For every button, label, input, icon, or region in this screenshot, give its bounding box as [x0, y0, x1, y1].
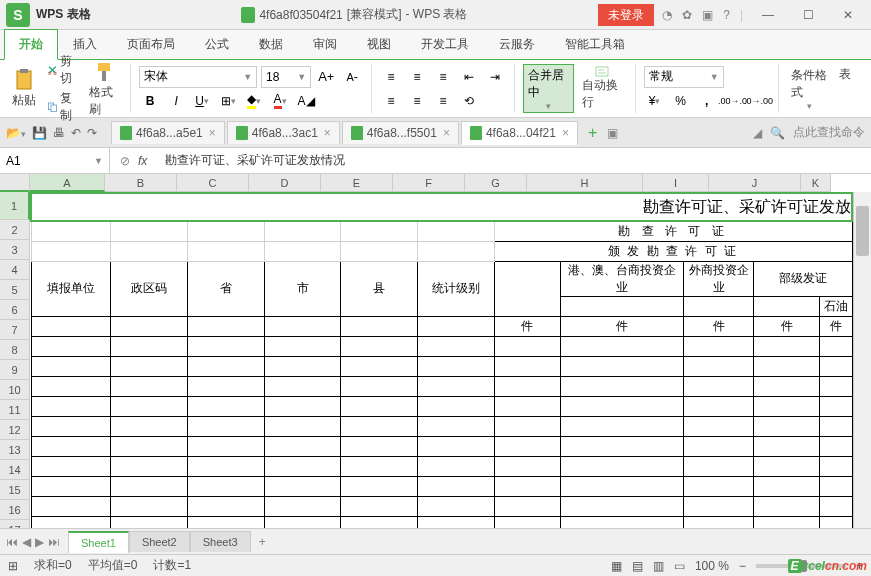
col-header-K[interactable]: K	[801, 174, 831, 192]
row-header-1[interactable]: 1	[0, 192, 30, 220]
name-box[interactable]: A1▼	[0, 148, 110, 173]
align-center-button[interactable]: ≡	[406, 90, 428, 112]
sheet-tab-2[interactable]: Sheet2	[129, 531, 190, 552]
row-header-3[interactable]: 3	[0, 240, 30, 260]
col-header-C[interactable]: C	[177, 174, 249, 192]
row-header-8[interactable]: 8	[0, 340, 30, 360]
sheet-tab-3[interactable]: Sheet3	[190, 531, 251, 552]
view-page-icon[interactable]: ▤	[632, 559, 643, 573]
doc-tab-2[interactable]: 4f6a8...3ac1×	[227, 121, 340, 144]
number-format-select[interactable]: 常规▼	[644, 66, 724, 88]
settings-icon[interactable]: ✿	[682, 8, 692, 22]
zoom-level[interactable]: 100 %	[695, 559, 729, 573]
row-header-6[interactable]: 6	[0, 300, 30, 320]
col-header-H[interactable]: H	[527, 174, 643, 192]
doc-tab-4[interactable]: 4f6a8...04f21×	[461, 121, 578, 145]
tab-dev[interactable]: 开发工具	[406, 29, 484, 59]
tab-tools[interactable]: 智能工具箱	[550, 29, 640, 59]
skin-icon[interactable]: ▣	[702, 8, 713, 22]
bold-button[interactable]: B	[139, 90, 161, 112]
row-header-16[interactable]: 16	[0, 500, 30, 520]
fx-icon[interactable]: fx	[138, 154, 147, 168]
border-button[interactable]: ⊞▾	[217, 90, 239, 112]
italic-button[interactable]: I	[165, 90, 187, 112]
sheet-tab-1[interactable]: Sheet1	[68, 531, 129, 553]
prev-sheet-icon[interactable]: ◀	[22, 535, 31, 549]
table-format-button[interactable]: 表	[835, 64, 855, 113]
decrease-decimal-button[interactable]: .0→.00	[748, 90, 770, 112]
next-sheet-icon[interactable]: ▶	[35, 535, 44, 549]
increase-font-button[interactable]: A+	[315, 66, 337, 88]
align-bottom-button[interactable]: ≡	[432, 66, 454, 88]
clear-format-button[interactable]: A◢	[295, 90, 317, 112]
tab-formula[interactable]: 公式	[190, 29, 244, 59]
col-header-I[interactable]: I	[643, 174, 709, 192]
col-header-F[interactable]: F	[393, 174, 465, 192]
fill-color-button[interactable]: ◆▾	[243, 90, 265, 112]
wrap-text-button[interactable]: 自动换行	[578, 64, 627, 113]
col-header-A[interactable]: A	[30, 174, 105, 192]
col-header-B[interactable]: B	[105, 174, 177, 192]
row-header-17[interactable]: 17	[0, 520, 30, 528]
row-header-14[interactable]: 14	[0, 460, 30, 480]
print-icon[interactable]: 🖶	[53, 126, 65, 140]
command-search[interactable]: 点此查找命令	[793, 124, 865, 141]
row-header-2[interactable]: 2	[0, 220, 30, 240]
row-header-15[interactable]: 15	[0, 480, 30, 500]
tab-view[interactable]: 视图	[352, 29, 406, 59]
maximize-button[interactable]: ☐	[793, 5, 823, 25]
close-icon[interactable]: ×	[209, 126, 216, 140]
tab-cloud[interactable]: 云服务	[484, 29, 550, 59]
font-name-select[interactable]: 宋体▼	[139, 66, 257, 88]
doc-tab-1[interactable]: 4f6a8...a5e1×	[111, 121, 225, 144]
format-painter-button[interactable]: 格式刷	[85, 58, 122, 120]
font-color-button[interactable]: A▾	[269, 90, 291, 112]
select-all-corner[interactable]	[0, 174, 30, 192]
undo-icon[interactable]: ↶	[71, 126, 81, 140]
close-icon[interactable]: ×	[443, 126, 450, 140]
increase-decimal-button[interactable]: .00→.0	[722, 90, 744, 112]
indent-left-button[interactable]: ⇤	[458, 66, 480, 88]
align-left-button[interactable]: ≡	[380, 90, 402, 112]
help-icon[interactable]: ?	[723, 8, 730, 22]
copy-button[interactable]: 复制	[44, 89, 81, 125]
formula-input[interactable]: 勘查许可证、采矿许可证发放情况	[157, 152, 871, 169]
close-icon[interactable]: ×	[324, 126, 331, 140]
merge-center-button[interactable]: 合并居中▾	[523, 64, 574, 113]
cut-button[interactable]: 剪切	[44, 52, 81, 88]
conditional-format-button[interactable]: 条件格式▾	[787, 64, 833, 113]
tab-data[interactable]: 数据	[244, 29, 298, 59]
paste-button[interactable]: 粘贴	[8, 66, 40, 111]
underline-button[interactable]: U▾	[191, 90, 213, 112]
tab-review[interactable]: 审阅	[298, 29, 352, 59]
save-icon[interactable]: 💾	[32, 126, 47, 140]
doc-tab-3[interactable]: 4f6a8...f5501×	[342, 121, 459, 144]
col-header-J[interactable]: J	[709, 174, 801, 192]
orientation-button[interactable]: ⟲	[458, 90, 480, 112]
cancel-icon[interactable]: ⊘	[120, 154, 130, 168]
redo-icon[interactable]: ↷	[87, 126, 97, 140]
row-header-7[interactable]: 7	[0, 320, 30, 340]
view-break-icon[interactable]: ▥	[653, 559, 664, 573]
first-sheet-icon[interactable]: ⏮	[6, 535, 18, 549]
tab-layout[interactable]: 页面布局	[112, 29, 190, 59]
last-sheet-icon[interactable]: ⏭	[48, 535, 60, 549]
decrease-font-button[interactable]: A-	[341, 66, 363, 88]
minimize-button[interactable]: —	[753, 5, 783, 25]
font-size-select[interactable]: 18▼	[261, 66, 311, 88]
row-header-12[interactable]: 12	[0, 420, 30, 440]
col-header-E[interactable]: E	[321, 174, 393, 192]
doc-map-icon[interactable]: ⊞	[8, 559, 18, 573]
new-tab-button[interactable]: +	[580, 124, 605, 142]
login-button[interactable]: 未登录	[598, 4, 654, 26]
row-header-11[interactable]: 11	[0, 400, 30, 420]
row-header-4[interactable]: 4	[0, 260, 30, 280]
align-middle-button[interactable]: ≡	[406, 66, 428, 88]
scrollbar-thumb[interactable]	[856, 206, 869, 256]
row-header-9[interactable]: 9	[0, 360, 30, 380]
view-normal-icon[interactable]: ▦	[611, 559, 622, 573]
sync-icon[interactable]: ◔	[662, 8, 672, 22]
currency-button[interactable]: ¥▾	[644, 90, 666, 112]
cell-grid[interactable]: 勘查许可证、采矿许可证发放勘 查 许 可 证颁 发 勘 查 许 可 证填报单位政…	[30, 192, 853, 528]
row-header-10[interactable]: 10	[0, 380, 30, 400]
